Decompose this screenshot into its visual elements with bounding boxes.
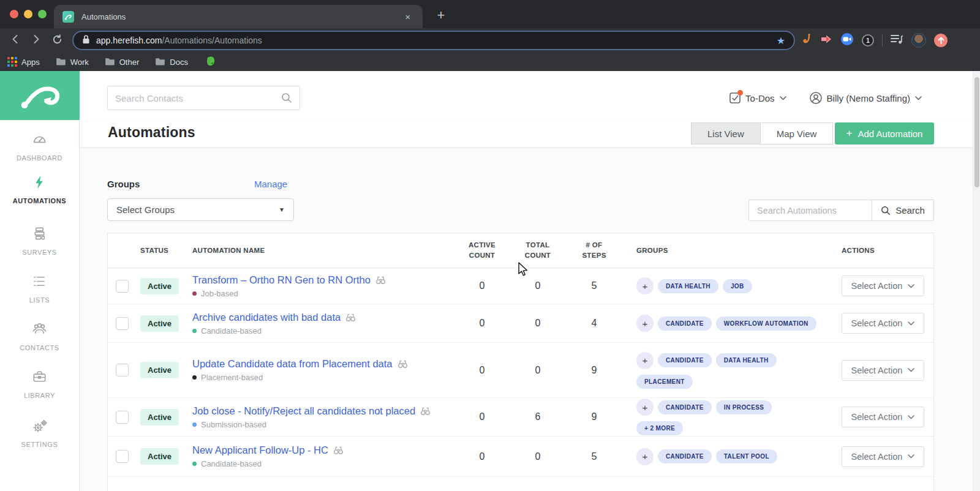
preview-icon[interactable] — [398, 359, 408, 369]
group-pill[interactable]: CANDIDATE — [658, 400, 712, 414]
view-toggle: List View Map View — [691, 122, 833, 144]
select-groups-dropdown[interactable]: Select Groups ▼ — [107, 198, 294, 221]
select-action-dropdown[interactable]: Select Action — [842, 313, 924, 334]
add-group-button[interactable]: + — [636, 352, 654, 369]
zoom-extension-icon[interactable] — [840, 32, 854, 48]
automation-name-link[interactable]: New Applicant Follow-Up - HC — [192, 444, 456, 456]
preview-icon[interactable] — [345, 313, 356, 322]
close-window-button[interactable] — [10, 10, 18, 18]
url-text[interactable]: app.herefish.com/Automations/Automations — [96, 36, 777, 45]
group-pill[interactable]: CANDIDATE — [658, 317, 712, 331]
tab-title: Automations — [81, 12, 401, 21]
automation-name-link[interactable]: Job close - Notify/Reject all candidates… — [192, 405, 456, 417]
automation-name-link[interactable]: Transform – Ortho RN Gen to RN Ortho — [192, 274, 456, 286]
select-action-dropdown[interactable]: Select Action — [842, 275, 924, 296]
map-view-button[interactable]: Map View — [761, 122, 834, 144]
bookmarks-bar: Apps Work Other Docs — [0, 53, 980, 71]
bookmark-folder-work[interactable]: Work — [56, 57, 89, 67]
tab-close-icon[interactable]: × — [401, 10, 414, 23]
steps-count: 5 — [567, 280, 621, 291]
select-action-dropdown[interactable]: Select Action — [842, 360, 924, 381]
search-contacts-input[interactable]: Search Contacts — [107, 86, 300, 110]
sidebar-item-automations[interactable]: AUTOMATIONS — [0, 174, 79, 204]
header-active-count: ACTIVE COUNT — [456, 240, 508, 261]
sidebar-item-dashboard[interactable]: DASHBOARD — [0, 131, 79, 162]
bookmark-folder-other[interactable]: Other — [105, 57, 140, 67]
select-action-dropdown[interactable]: Select Action — [842, 407, 924, 427]
sidebar-item-settings[interactable]: SETTINGS — [0, 418, 79, 448]
user-menu[interactable]: Billy (Nemo Staffing) — [810, 92, 922, 104]
group-pill[interactable]: CANDIDATE — [658, 353, 712, 367]
sidebar-item-library[interactable]: LIBRARY — [0, 369, 79, 399]
window-controls[interactable] — [10, 10, 47, 18]
group-pill[interactable]: + 2 MORE — [636, 421, 683, 435]
group-pill[interactable]: IN PROCESS — [716, 400, 772, 414]
fullscreen-window-button[interactable] — [38, 10, 47, 18]
scrollbar-track[interactable] — [973, 71, 980, 491]
apps-shortcut[interactable]: Apps — [7, 57, 40, 67]
sidebar-item-lists[interactable]: LISTS — [0, 273, 79, 304]
preview-icon[interactable] — [333, 446, 344, 455]
row-checkbox[interactable] — [116, 317, 129, 330]
browser-tab[interactable]: Automations × — [54, 5, 423, 28]
add-group-button[interactable]: + — [636, 399, 654, 416]
reload-icon[interactable] — [47, 34, 67, 48]
row-checkbox[interactable] — [116, 411, 129, 424]
back-icon[interactable] — [5, 33, 26, 48]
automation-name-link[interactable]: Update Candidate data from Placement dat… — [192, 358, 456, 370]
bolt-icon — [32, 174, 47, 193]
sidebar-item-label: SURVEYS — [22, 249, 57, 256]
bookmark-folder-docs[interactable]: Docs — [155, 57, 188, 67]
preview-icon[interactable] — [420, 407, 431, 416]
playlist-icon[interactable] — [891, 34, 903, 47]
status-badge: Active — [140, 448, 179, 465]
add-group-button[interactable]: + — [636, 315, 654, 332]
arrow-extension-icon[interactable] — [820, 34, 832, 47]
bookmark-star-icon[interactable]: ★ — [777, 35, 785, 47]
forward-icon[interactable] — [26, 33, 47, 48]
search-automations-placeholder: Search Automations — [757, 206, 837, 216]
search-automations-button[interactable]: Search — [872, 200, 933, 220]
group-pill[interactable]: TALENT POOL — [716, 449, 777, 463]
group-pill[interactable]: DATA HEALTH — [658, 279, 718, 293]
row-checkbox[interactable] — [116, 364, 129, 377]
sidebar-item-contacts[interactable]: CONTACTS — [0, 321, 79, 351]
add-automation-label: Add Automation — [858, 129, 923, 139]
herefish-logo[interactable] — [0, 71, 80, 120]
chevron-down-icon — [780, 96, 786, 100]
search-automations-input[interactable]: Search Automations — [749, 200, 872, 220]
bookmark-folder-label: Work — [70, 58, 89, 67]
add-group-button[interactable]: + — [636, 277, 654, 294]
row-checkbox[interactable] — [116, 280, 129, 293]
add-group-button[interactable]: + — [636, 448, 654, 465]
hook-extension-icon[interactable] — [801, 33, 812, 48]
list-view-button[interactable]: List View — [691, 122, 761, 144]
share-extension-icon[interactable] — [934, 34, 948, 47]
add-automation-button[interactable]: + Add Automation — [835, 122, 934, 144]
profile-avatar[interactable] — [911, 33, 926, 48]
table-row: Active Job close - Notify/Reject all can… — [108, 398, 933, 437]
manage-groups-link[interactable]: Manage — [254, 179, 287, 189]
search-icon — [281, 92, 292, 103]
group-pill[interactable]: PLACEMENT — [636, 375, 693, 389]
automation-name-link[interactable]: Archive candidates with bad data — [192, 312, 456, 323]
preview-icon[interactable] — [375, 275, 386, 285]
minimize-window-button[interactable] — [24, 10, 32, 18]
evernote-icon[interactable] — [205, 56, 216, 69]
group-pill[interactable]: WORKFLOW AUTOMATION — [716, 317, 816, 331]
new-tab-button[interactable]: + — [432, 7, 450, 23]
extension-badge[interactable]: 1 — [862, 34, 874, 47]
select-action-dropdown[interactable]: Select Action — [842, 446, 924, 467]
group-pill[interactable]: DATA HEALTH — [716, 353, 777, 367]
url-bar[interactable]: app.herefish.com/Automations/Automations… — [72, 31, 795, 50]
row-checkbox[interactable] — [116, 450, 129, 463]
search-button-label: Search — [895, 205, 925, 216]
group-pill[interactable]: CANDIDATE — [658, 449, 712, 463]
scrollbar-thumb[interactable] — [974, 77, 979, 187]
sidebar-item-surveys[interactable]: SURVEYS — [0, 225, 79, 256]
app-topbar: Search Contacts To-Dos Billy (Ne — [80, 71, 980, 122]
sidebar: DASHBOARD AUTOMATIONS SURVEYS LISTS CONT… — [0, 71, 80, 491]
todos-menu[interactable]: To-Dos — [729, 92, 786, 103]
tab-favicon-icon — [62, 11, 74, 23]
group-pill[interactable]: JOB — [723, 279, 752, 293]
